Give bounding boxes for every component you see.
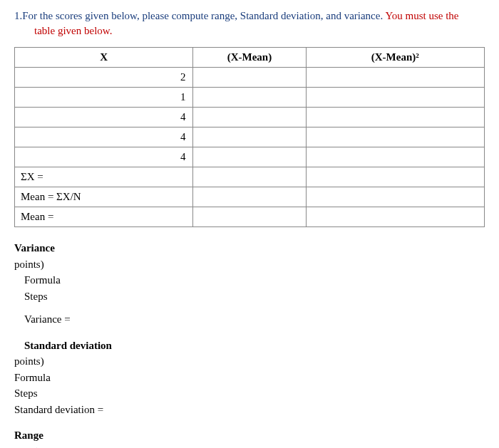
variance-result: Variance = [14,311,485,328]
range-section: Range point) Formula Steps Range = [14,427,485,448]
header-x: X [15,48,193,68]
stddev-result: Standard deviation = [14,402,485,418]
cell-xmean2 [306,88,484,108]
cell-xmean [193,88,306,108]
table-row: 4 [15,108,485,127]
question-block: 1.For the scores given below, please com… [14,9,485,38]
stddev-formula: Formula [14,370,485,386]
cell-xmean [193,127,306,147]
table-row: 2 [15,68,485,88]
table-row: 4 [15,147,485,167]
range-points: point) [14,444,485,449]
cell-xmean [193,147,306,167]
variance-steps: Steps [14,288,485,305]
table-row: 4 [15,127,485,147]
summary-label: Mean = ΣX/N [15,187,193,207]
summary-label: Mean = [15,207,193,227]
variance-formula: Formula [14,272,485,288]
question-number: 1. [14,10,22,21]
cell-xmean [193,68,306,88]
range-title: Range [14,427,485,444]
question-text-highlight: You must use the [385,10,458,21]
cell-xmean [193,108,306,127]
cell-x: 4 [15,127,193,147]
cell-x: 4 [15,147,193,167]
table-summary-row: ΣX = [15,167,485,187]
summary-cell [193,207,306,227]
cell-xmean2 [306,147,484,167]
table-summary-row: Mean = ΣX/N [15,187,485,207]
variance-section: Variance points) Formula Steps Variance … [14,240,485,328]
summary-cell [193,167,306,187]
summary-cell [193,187,306,207]
summary-cell [306,207,484,227]
cell-x: 2 [15,68,193,88]
table-row: 1 [15,88,485,108]
cell-xmean2 [306,127,484,147]
stddev-section: Standard deviation points) Formula Steps… [14,338,485,418]
header-xmean: (X-Mean) [193,48,306,68]
stddev-steps: Steps [14,385,485,402]
variance-points: points) [14,256,485,273]
stddev-points: points) [14,353,485,370]
table-header-row: X (X-Mean) (X-Mean)² [15,48,485,68]
cell-x: 1 [15,88,193,108]
data-table: X (X-Mean) (X-Mean)² 2 1 4 4 4 [14,47,485,227]
stddev-title: Standard deviation [14,338,485,354]
summary-cell [306,187,484,207]
cell-x: 4 [15,108,193,127]
cell-xmean2 [306,108,484,127]
question-text-main: For the scores given below, please compu… [22,10,385,21]
summary-label: ΣX = [15,167,193,187]
header-xmean2: (X-Mean)² [306,48,484,68]
table-summary-row: Mean = [15,207,485,227]
question-text-indent: table given below. [14,24,485,38]
cell-xmean2 [306,68,484,88]
summary-cell [306,167,484,187]
variance-title: Variance [14,240,485,256]
